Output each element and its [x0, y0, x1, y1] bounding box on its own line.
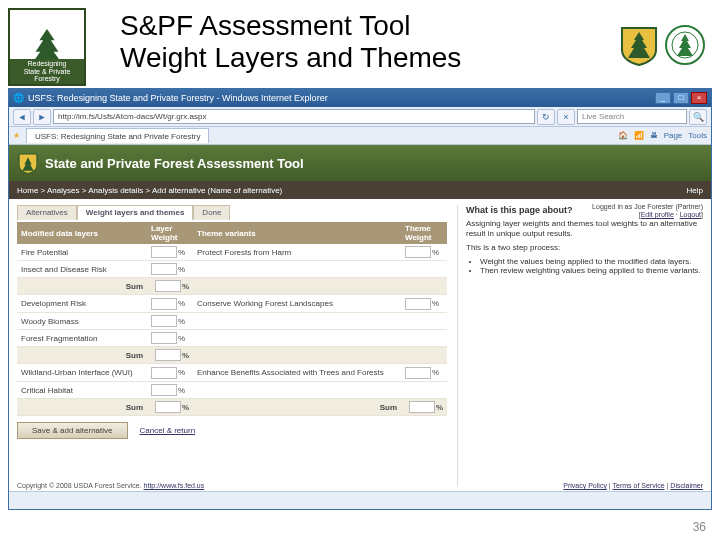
- wizard-tabs: Alternatives Weight layers and themes Do…: [17, 205, 447, 220]
- partner-seal-logo: [664, 24, 706, 66]
- browser-tab[interactable]: USFS: Redesigning State and Private Fore…: [26, 128, 209, 143]
- feeds-tool[interactable]: 📶: [634, 131, 644, 140]
- layer-weight-input[interactable]: [151, 263, 177, 275]
- layer-name: Insect and Disease Risk: [17, 261, 147, 278]
- app-banner: State and Private Forest Assessment Tool: [9, 145, 711, 181]
- browser-window: 🌐 USFS: Redesigning State and Private Fo…: [8, 88, 712, 510]
- theme-weight-input[interactable]: [405, 367, 431, 379]
- slide-title: S&PF Assessment Tool Weight Layers and T…: [120, 10, 461, 74]
- logo-label: Redesigning: [10, 60, 84, 68]
- layer-weight-input[interactable]: [151, 384, 177, 396]
- redesigning-logo: Redesigning State & Private Forestry: [8, 8, 86, 86]
- stop-button[interactable]: ×: [557, 109, 575, 125]
- layer-name: Forest Fragmentation: [17, 330, 147, 347]
- tab-done[interactable]: Done: [193, 205, 230, 220]
- sidebar-text: This is a two step process:: [466, 243, 703, 253]
- search-button[interactable]: 🔍: [689, 109, 707, 125]
- theme-sum-input: [409, 401, 435, 413]
- banner-title: State and Private Forest Assessment Tool: [45, 156, 304, 171]
- theme-name: Enhance Benefits Associated with Trees a…: [193, 364, 401, 382]
- sidebar-text: Assigning layer weights and themes tool …: [466, 219, 703, 239]
- tab-toolbar: ★ USFS: Redesigning State and Private Fo…: [9, 127, 711, 145]
- sum-label: Sum: [193, 399, 401, 416]
- web-page: State and Private Forest Assessment Tool…: [9, 145, 711, 491]
- slide-number: 36: [693, 520, 706, 534]
- layer-name: Wildland-Urban Interface (WUI): [17, 364, 147, 382]
- theme-weight-input[interactable]: [405, 298, 431, 310]
- usfs-shield-logo: [618, 24, 660, 66]
- ie-icon: 🌐: [13, 93, 24, 103]
- help-link[interactable]: Help: [687, 186, 703, 195]
- maximize-button[interactable]: □: [673, 92, 689, 104]
- layer-sum-input: [155, 401, 181, 413]
- nav-toolbar: ◄ ► http://im.fs/Usfs/Atcm-dacs/Wt/gr.gr…: [9, 107, 711, 127]
- cancel-return-link[interactable]: Cancel & return: [140, 426, 196, 435]
- tab-weight-layers[interactable]: Weight layers and themes: [77, 205, 194, 220]
- refresh-button[interactable]: ↻: [537, 109, 555, 125]
- col-themes: Theme variants: [193, 222, 401, 244]
- layer-name: Woody Biomass: [17, 313, 147, 330]
- layer-name: Development Risk: [17, 295, 147, 313]
- layer-sum-input: [155, 349, 181, 361]
- layer-name: Critical Habitat: [17, 382, 147, 399]
- sum-label: Sum: [17, 399, 147, 416]
- minimize-button[interactable]: _: [655, 92, 671, 104]
- layer-name: Fire Potential: [17, 244, 147, 261]
- sum-label: Sum: [17, 278, 147, 295]
- layer-sum-input: [155, 280, 181, 292]
- theme-name: Protect Forests from Harm: [193, 244, 401, 261]
- disclaimer-link[interactable]: Disclaimer: [670, 482, 703, 489]
- layer-weight-input[interactable]: [151, 367, 177, 379]
- col-layers: Modified data layers: [17, 222, 147, 244]
- save-add-alternative-button[interactable]: Save & add alternative: [17, 422, 128, 439]
- page-tool[interactable]: Page: [664, 131, 683, 140]
- favorites-icon[interactable]: ★: [13, 131, 20, 140]
- theme-weight-input[interactable]: [405, 246, 431, 258]
- logo-sublabel: State & Private Forestry: [10, 68, 84, 83]
- layer-weight-input[interactable]: [151, 246, 177, 258]
- window-title: USFS: Redesigning State and Private Fore…: [28, 93, 328, 103]
- forward-button[interactable]: ►: [33, 109, 51, 125]
- usfs-shield-icon: [17, 152, 39, 174]
- sidebar-bullet: Weight the values being applied to the m…: [480, 257, 703, 266]
- close-button[interactable]: ×: [691, 92, 707, 104]
- layer-weight-input[interactable]: [151, 315, 177, 327]
- sidebar-bullet: Then review weighting values being appli…: [480, 266, 703, 275]
- sidebar-heading: What is this page about?: [466, 205, 703, 215]
- tab-alternatives[interactable]: Alternatives: [17, 205, 77, 220]
- browser-statusbar: [9, 491, 711, 509]
- address-bar[interactable]: http://im.fs/Usfs/Atcm-dacs/Wt/gr.grx.as…: [53, 109, 535, 124]
- col-theme-weight: Theme Weight: [401, 222, 447, 244]
- search-box[interactable]: Live Search: [577, 109, 687, 124]
- layer-weight-input[interactable]: [151, 332, 177, 344]
- col-layer-weight: Layer Weight: [147, 222, 193, 244]
- footer-url[interactable]: http://www.fs.fed.us: [144, 482, 205, 489]
- weights-table: Modified data layers Layer Weight Theme …: [17, 222, 447, 416]
- terms-link[interactable]: Terms of Service: [612, 482, 664, 489]
- home-tool[interactable]: 🏠: [618, 131, 628, 140]
- tools-tool[interactable]: Tools: [688, 131, 707, 140]
- privacy-link[interactable]: Privacy Policy: [563, 482, 607, 489]
- back-button[interactable]: ◄: [13, 109, 31, 125]
- page-footer: Copyright © 2008 USDA Forest Service. ht…: [17, 482, 703, 489]
- window-titlebar: 🌐 USFS: Redesigning State and Private Fo…: [9, 89, 711, 107]
- help-sidebar: What is this page about? Assigning layer…: [457, 205, 703, 487]
- theme-name: Conserve Working Forest Landscapes: [193, 295, 401, 313]
- breadcrumb: Home > Analyses > Analysis details > Add…: [9, 181, 711, 199]
- sum-label: Sum: [17, 347, 147, 364]
- print-tool[interactable]: 🖶: [650, 131, 658, 140]
- layer-weight-input[interactable]: [151, 298, 177, 310]
